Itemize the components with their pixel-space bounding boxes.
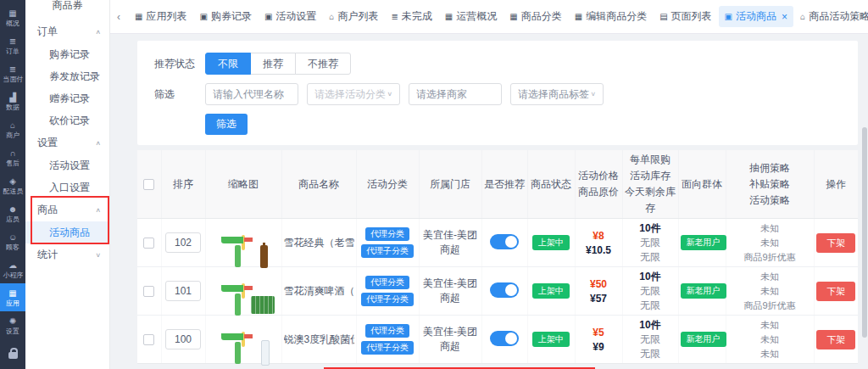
apps-icon: ▦ xyxy=(8,288,16,298)
sidebar-item-orders[interactable]: ≣订单 xyxy=(0,31,25,59)
col-name: 商品名称 xyxy=(281,150,356,219)
sidebar-item-customer[interactable]: ☺顾客 xyxy=(0,227,25,255)
app-title: 商品券 xyxy=(25,0,109,13)
sidebar-item-activity-settings[interactable]: 活动设置 xyxy=(25,154,109,176)
col-strategies: 抽佣策略补贴策略活动策略 xyxy=(726,150,814,219)
activity-category-select[interactable]: 请选择活动分类∨ xyxy=(307,83,400,105)
close-icon[interactable]: × xyxy=(782,13,787,21)
chevron-up-icon: ∧ xyxy=(95,207,101,214)
order-list-icon: ≣ xyxy=(9,36,16,46)
product-tag-select[interactable]: 请选择商品标签∨ xyxy=(510,83,604,105)
row-checkbox[interactable] xyxy=(143,238,154,249)
offline-button[interactable]: 下架 xyxy=(816,233,855,253)
tab-bar: ‹ ▦应用列表 ▣购券记录 ▣活动设置 ⌂商户列表 ≣未完成 ▦运营概况 ▦商品… xyxy=(110,0,868,34)
status-option-not-recommended[interactable]: 不推荐 xyxy=(295,53,351,75)
col-audience: 面向群体 xyxy=(678,150,726,219)
filter-label: 筛选 xyxy=(154,87,205,102)
sidebar-item-face-pay[interactable]: ≣当面付 xyxy=(0,59,25,87)
tab-app-list[interactable]: ▦应用列表 xyxy=(129,6,192,27)
cloud-icon: ☁ xyxy=(8,260,17,270)
shop-icon: ⌂ xyxy=(10,120,15,130)
tab-buy-records[interactable]: ▣购券记录 xyxy=(193,6,257,27)
customer-icon: ☺ xyxy=(8,232,17,242)
sidebar-item-gift-records[interactable]: 赠券记录 xyxy=(25,87,109,109)
merchant-input[interactable] xyxy=(409,83,502,105)
group-product[interactable]: 商品∧ xyxy=(25,198,109,221)
activity-price: ¥5 xyxy=(577,327,620,338)
offline-button[interactable]: 下架 xyxy=(816,330,855,349)
recommend-status-label: 推荐状态 xyxy=(154,57,205,71)
agent-name-input[interactable] xyxy=(205,83,298,105)
product-name: 锐澳3度乳酸菌伏... xyxy=(284,333,354,347)
grid-icon: ▦ xyxy=(135,13,142,21)
panel-icon: ▣ xyxy=(264,13,272,21)
sidebar-item-issue-records[interactable]: 券发放记录 xyxy=(25,65,109,87)
table-header-row: 排序 缩略图 商品名称 活动分类 所属门店 是否推荐 商品状态 活动价格商品原价… xyxy=(137,150,858,219)
product-thumbnail xyxy=(242,332,245,347)
group-orders[interactable]: 订单∧ xyxy=(25,20,109,43)
scroll-left-icon[interactable]: ‹ xyxy=(117,11,120,23)
tab-product-category[interactable]: ▦商品分类 xyxy=(504,6,567,27)
original-price: ¥10.5 xyxy=(577,244,620,256)
tab-page-list[interactable]: ▤页面列表 xyxy=(654,6,717,27)
filter-submit-button[interactable]: 筛选 xyxy=(205,114,248,135)
chevron-up-icon: ∧ xyxy=(95,29,101,36)
table-row: 雪花清爽啤酒（整.. 代理分类代理子分类 美宜佳-美团商超 上架中 ¥50¥57… xyxy=(137,267,858,316)
sort-input[interactable] xyxy=(165,232,201,253)
category-badge: 代理分类 xyxy=(365,276,409,289)
row-checkbox[interactable] xyxy=(143,334,154,345)
row-checkbox[interactable] xyxy=(143,286,154,297)
sidebar-item-buy-records[interactable]: 购券记录 xyxy=(25,43,109,65)
sidebar-item-lock[interactable] xyxy=(8,341,18,369)
grid-icon: ▦ xyxy=(575,13,582,21)
select-all-checkbox[interactable] xyxy=(143,179,154,190)
sidebar-item-data[interactable]: ▟数据 xyxy=(0,87,25,115)
gear-icon: ✺ xyxy=(9,316,16,326)
sidebar-item-activity-products[interactable]: 活动商品 xyxy=(25,221,109,243)
tab-edit-product-category[interactable]: ▦编辑商品分类 xyxy=(569,6,653,27)
recommend-toggle[interactable] xyxy=(490,234,519,249)
tab-unfinished[interactable]: ≣未完成 xyxy=(385,6,437,27)
sidebar-item-settings[interactable]: ✺设置 xyxy=(0,311,25,339)
tab-operation-overview[interactable]: ▦运营概况 xyxy=(439,6,503,27)
main-area: ‹ ▦应用列表 ▣购券记录 ▣活动设置 ⌂商户列表 ≣未完成 ▦运营概况 ▦商品… xyxy=(110,0,868,369)
recommend-toggle[interactable] xyxy=(490,331,519,346)
sidebar-item-after-sale[interactable]: ∩售后 xyxy=(0,143,25,171)
app-window: ▦概况 ≣订单 ≣当面付 ▟数据 ⌂商户 ∩售后 ◈配送员 ☻店员 ☺顾客 ☁小… xyxy=(0,0,868,369)
chart-icon: ▟ xyxy=(9,92,16,102)
subcategory-badge: 代理子分类 xyxy=(361,293,414,306)
subcategory-badge: 代理子分类 xyxy=(361,341,414,355)
tab-activity-settings[interactable]: ▣活动设置 xyxy=(259,6,322,27)
tab-merchant-list[interactable]: ⌂商户列表 xyxy=(323,6,384,27)
group-settings[interactable]: 设置∧ xyxy=(25,131,109,154)
col-operation: 操作 xyxy=(814,150,858,219)
table-row: 锐澳3度乳酸菌伏... 代理分类代理子分类 美宜佳-美团商超 上架中 ¥5¥9 … xyxy=(137,316,858,364)
sort-input[interactable] xyxy=(165,281,201,301)
tab-activity-products[interactable]: ▣活动商品× xyxy=(719,6,793,27)
sidebar-item-bargain-records[interactable]: 砍价记录 xyxy=(25,109,109,131)
filter-panel: 推荐状态 不限 推荐 不推荐 筛选 请选择活动分类∨ 请选择商品标签∨ xyxy=(137,41,858,145)
status-option-recommended[interactable]: 推荐 xyxy=(250,53,296,75)
sidebar-item-entry-settings[interactable]: 入口设置 xyxy=(25,176,109,198)
sidebar-item-overview[interactable]: ▦概况 xyxy=(0,3,25,31)
audience-badge: 新老用户 xyxy=(681,283,726,299)
product-name: 雪花经典（老雪）... xyxy=(284,236,354,250)
recommend-toggle[interactable] xyxy=(490,282,519,298)
sidebar-item-courier[interactable]: ◈配送员 xyxy=(0,171,25,199)
sidebar-item-mini-program[interactable]: ☁小程序 xyxy=(0,255,25,283)
grid-icon: ▦ xyxy=(509,13,517,21)
offline-button[interactable]: 下架 xyxy=(816,282,855,301)
col-category: 活动分类 xyxy=(356,150,419,219)
sort-input[interactable] xyxy=(165,329,201,349)
status-option-all[interactable]: 不限 xyxy=(205,53,251,75)
status-badge: 上架中 xyxy=(532,332,570,347)
sidebar-item-apps[interactable]: ▦应用 xyxy=(0,283,25,311)
tab-product-activity-strategy[interactable]: ⌂商品活动策略 xyxy=(794,6,868,27)
col-limits: 每单限购活动库存今天剩余库存 xyxy=(622,150,678,219)
sidebar-item-merchant[interactable]: ⌂商户 xyxy=(0,115,25,143)
sidebar-item-clerk[interactable]: ☻店员 xyxy=(0,199,25,227)
vertical-scrollbar[interactable] xyxy=(862,127,867,338)
group-stats[interactable]: 统计∨ xyxy=(25,243,109,266)
shop-icon: ⌂ xyxy=(329,13,334,21)
recommend-status-segment: 不限 推荐 不推荐 xyxy=(205,53,351,75)
